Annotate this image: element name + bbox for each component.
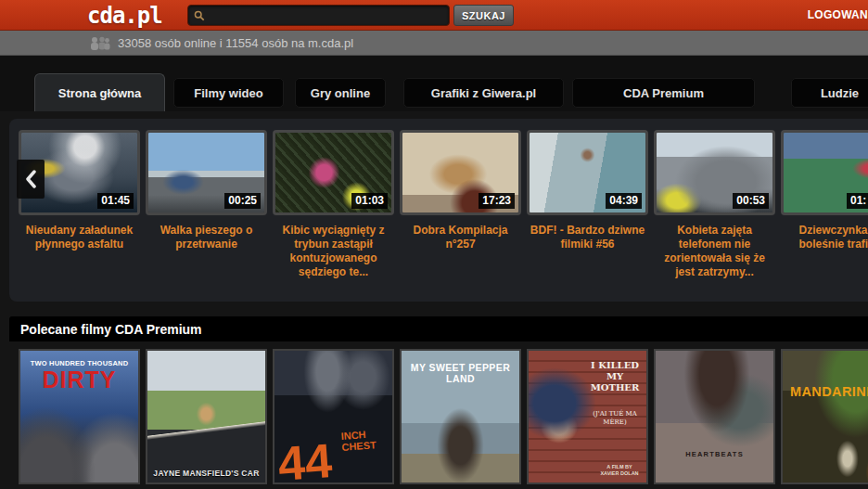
tab-ludzie[interactable]: Ludzie [791,78,868,108]
chevron-left-icon [25,170,36,188]
video-title-link[interactable]: BDF! - Bardzo dziwne filmiki #56 [527,224,648,251]
video-thumbnail[interactable]: 00:25 [146,130,267,215]
poster-title: DIRTY [20,367,138,393]
video-card: 04:39 BDF! - Bardzo dziwne filmiki #56 [527,130,648,279]
video-title-link[interactable]: Dobra Kompilacja n°257 [400,224,521,251]
poster-title: JAYNE MANSFIELD'S CAR [147,469,265,478]
video-thumbnail[interactable]: 04:39 [527,130,648,215]
video-thumbnail[interactable]: 01:03 [273,130,394,215]
duration-badge: 00:53 [733,193,769,209]
tab-gry-online[interactable]: Gry online [295,78,386,108]
online-counter-bar: 33058 osób online i 11554 osób na m.cda.… [0,31,868,56]
premium-poster-row: TWO HUNDRED THOUSAND DIRTY JAYNE MANSFIE… [19,349,868,484]
carousel-prev-button[interactable] [17,160,45,199]
video-title-link[interactable]: Kibic wyciągnięty z trybun zastąpił kont… [273,224,394,279]
video-card: 00:53 Kobieta zajęta telefonem nie zorie… [654,130,775,279]
top-header: cda.pl SZUKAJ LOGOWANIE [0,0,868,31]
poster-my-sweet-pepper-land[interactable]: MY SWEET PEPPER LAND [400,349,521,484]
video-thumbnail[interactable]: 17:23 [400,130,521,215]
poster-title: HEARTBEATS [656,450,773,458]
poster-subtitle: (J'AI TUÉ MA MÈRE) [586,410,644,427]
video-thumbnail-row: 01:45 Nieudany załadunek płynnego asfalt… [9,119,868,279]
video-title-link[interactable]: Nieudany załadunek płynnego asfaltu [19,224,140,251]
video-card: 01: Dziewczynka od boleśnie trafio... [781,130,868,279]
tab-bar: Strona główna Filmy wideo Gry online Gra… [0,56,868,111]
tab-strona-glowna[interactable]: Strona główna [34,73,165,111]
duration-badge: 17:23 [479,193,515,209]
duration-badge: 01:03 [351,193,388,209]
poster-title: MY SWEET PEPPER LAND [402,362,519,384]
search-box [187,5,450,26]
site-logo[interactable]: cda.pl [87,3,162,29]
poster-mandarine[interactable]: MANDARINE [781,349,868,484]
poster-heartbeats[interactable]: HEARTBEATS [654,349,775,484]
poster-title: 44 [276,436,333,484]
video-card: 01:03 Kibic wyciągnięty z trybun zastąpi… [273,130,394,279]
login-link[interactable]: LOGOWANIE [808,8,868,21]
poster-title: MANDARINE [790,384,868,399]
poster-credit: A FILM BY XAVIER DOLAN [598,464,641,477]
online-users-text: 33058 osób online i 11554 osób na m.cda.… [118,36,353,50]
video-carousel-panel: 01:45 Nieudany załadunek płynnego asfalt… [9,119,868,302]
search-input[interactable] [205,6,449,25]
poster-text: INCH CHEST [340,427,393,453]
premium-section-header: Polecane filmy CDA Premium [9,316,868,341]
duration-badge: 01: [847,193,868,209]
main-navigation: Strona główna Filmy wideo Gry online Gra… [0,56,868,111]
video-card: 01:45 Nieudany załadunek płynnego asfalt… [19,130,140,279]
tab-grafiki-z-giwera[interactable]: Grafiki z Giwera.pl [403,78,564,108]
video-thumbnail[interactable]: 01: [781,130,868,215]
duration-badge: 01:45 [97,193,134,209]
search-button[interactable]: SZUKAJ [453,5,514,26]
users-icon [88,36,110,50]
poster-i-killed-my-mother[interactable]: I KILLED MY MOTHER (J'AI TUÉ MA MÈRE) A … [527,349,648,484]
duration-badge: 00:25 [224,193,261,209]
poster-title: I KILLED MY MOTHER [586,360,644,393]
poster-44-inch-chest[interactable]: 44 INCH CHEST [273,349,394,484]
video-card: 00:25 Walka pieszego o przetrwanie [146,130,267,279]
poster-jayne-mansfields-car[interactable]: JAYNE MANSFIELD'S CAR [146,349,267,484]
video-thumbnail[interactable]: 00:53 [654,130,775,215]
tab-cda-premium[interactable]: CDA Premium [572,78,755,108]
video-title-link[interactable]: Dziewczynka od boleśnie trafio... [781,224,868,251]
video-title-link[interactable]: Kobieta zajęta telefonem nie zorientował… [654,224,775,279]
search-icon [194,10,205,21]
premium-section-title: Polecane filmy CDA Premium [9,322,202,337]
video-card: 17:23 Dobra Kompilacja n°257 [400,130,521,279]
video-title-link[interactable]: Walka pieszego o przetrwanie [146,224,267,251]
tab-filmy-wideo[interactable]: Filmy wideo [173,78,284,108]
poster-two-hundred-thousand-dirty[interactable]: TWO HUNDRED THOUSAND DIRTY [19,349,140,484]
duration-badge: 04:39 [606,193,642,209]
